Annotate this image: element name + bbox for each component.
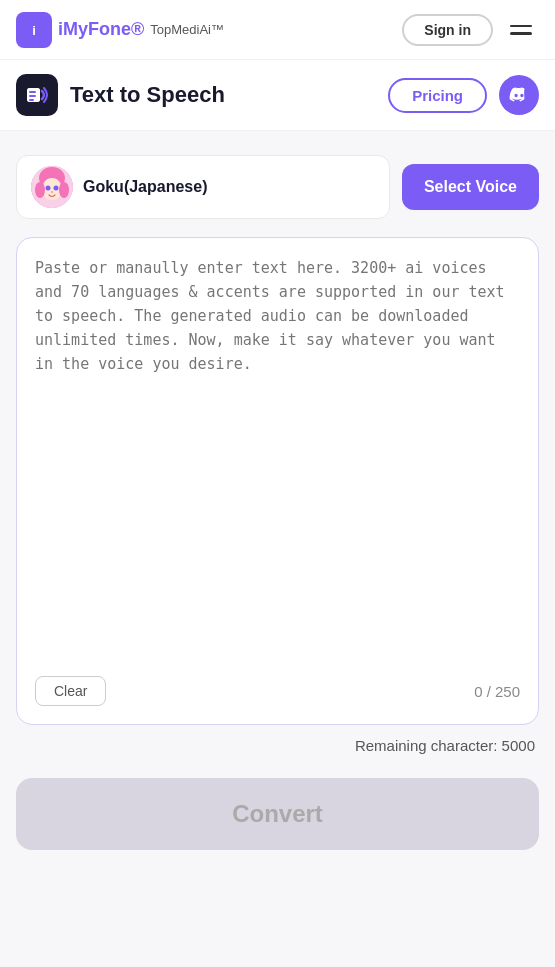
tts-icon: [16, 74, 58, 116]
text-area-container: Clear 0 / 250: [16, 237, 539, 725]
svg-point-12: [46, 186, 51, 191]
convert-button[interactable]: Convert: [16, 778, 539, 850]
hamburger-line-2: [510, 32, 532, 35]
clear-button[interactable]: Clear: [35, 676, 106, 706]
brand-sub: TopMediAi™: [150, 22, 224, 37]
svg-text:i: i: [32, 23, 36, 38]
svg-point-14: [51, 191, 53, 193]
page-title: Text to Speech: [70, 82, 225, 108]
remaining-chars: Remaining character: 5000: [16, 737, 539, 754]
svg-point-13: [54, 186, 59, 191]
hamburger-button[interactable]: [503, 12, 539, 48]
voice-avatar: [31, 166, 73, 208]
svg-rect-6: [29, 99, 34, 101]
voice-selector-row: Goku(Japanese) Select Voice: [16, 155, 539, 219]
svg-point-11: [59, 182, 69, 198]
logo-area: i iMyFone® TopMediAi™: [16, 12, 224, 48]
sub-header-actions: Pricing: [388, 75, 539, 115]
voice-name: Goku(Japanese): [83, 178, 207, 196]
main-content: Goku(Japanese) Select Voice Clear 0 / 25…: [0, 131, 555, 967]
discord-button[interactable]: [499, 75, 539, 115]
voice-avatar-box: Goku(Japanese): [16, 155, 390, 219]
sub-header: Text to Speech Pricing: [0, 60, 555, 131]
textarea-footer: Clear 0 / 250: [35, 668, 520, 706]
logo-icon: i: [16, 12, 52, 48]
select-voice-button[interactable]: Select Voice: [402, 164, 539, 210]
pricing-button[interactable]: Pricing: [388, 78, 487, 113]
svg-point-10: [35, 182, 45, 198]
sign-in-button[interactable]: Sign in: [402, 14, 493, 46]
text-input[interactable]: [35, 256, 520, 656]
svg-rect-5: [29, 95, 36, 97]
svg-rect-4: [29, 91, 36, 93]
header: i iMyFone® TopMediAi™ Sign in: [0, 0, 555, 60]
header-right: Sign in: [402, 12, 539, 48]
char-count: 0 / 250: [474, 683, 520, 700]
hamburger-line-1: [510, 25, 532, 28]
brand-name: iMyFone®: [58, 19, 144, 40]
